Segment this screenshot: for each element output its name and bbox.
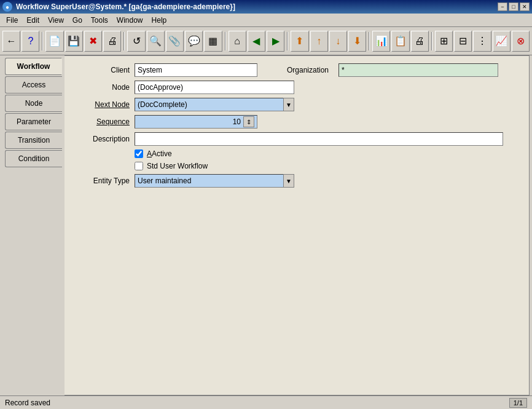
- nav-prev-button[interactable]: ◀: [248, 31, 265, 52]
- node-row: Node: [74, 81, 519, 94]
- entity-type-select-wrapper: User maintained Dictionary Application ▼: [135, 174, 294, 188]
- record-position: 1/1: [509, 398, 527, 408]
- refresh-button[interactable]: ↺: [127, 31, 145, 52]
- sidebar-tab-node[interactable]: Node: [5, 95, 62, 112]
- parent-button[interactable]: ⬆: [291, 31, 308, 52]
- sequence-value: 10: [233, 117, 241, 126]
- delete-button[interactable]: ✖: [84, 31, 102, 52]
- active-label: AActive: [147, 149, 172, 158]
- menu-bar: File Edit View Go Tools Window Help: [0, 14, 532, 27]
- minimize-button[interactable]: −: [498, 2, 507, 11]
- chat-button[interactable]: 💬: [185, 31, 203, 52]
- title-bar: ● Workflow SuperUser@System.* [ga{ga-ade…: [0, 0, 532, 14]
- attachment-button[interactable]: 📎: [166, 31, 184, 52]
- menu-window[interactable]: Window: [113, 15, 147, 26]
- sidebar-tab-access[interactable]: Access: [5, 76, 62, 93]
- description-row: Description: [74, 132, 519, 146]
- toolbar-sep-3: [225, 32, 226, 50]
- sequence-label: Sequence: [74, 117, 130, 126]
- sidebar-tab-transition[interactable]: Transition: [5, 132, 62, 149]
- entity-type-select[interactable]: User maintained Dictionary Application: [135, 174, 294, 188]
- org-input[interactable]: [338, 63, 498, 77]
- menu-view[interactable]: View: [44, 15, 68, 26]
- std-user-label: Std User Workflow: [147, 162, 208, 170]
- main-area: Workflow Access Node Parameter Transitio…: [0, 55, 532, 395]
- menu-tools[interactable]: Tools: [87, 15, 112, 26]
- home-button[interactable]: ⌂: [229, 31, 246, 52]
- menu-help[interactable]: Help: [148, 15, 171, 26]
- chart-button[interactable]: 📈: [493, 31, 510, 52]
- print2-button[interactable]: 🖨: [411, 31, 429, 52]
- toolbar: ← ? 📄 💾 ✖ 🖨 ↺ 🔍 📎 💬 ▦ ⌂ ◀ ▶ ⬆ ↑ ↓ ⬇ 📊 📋 …: [0, 27, 532, 55]
- client-input[interactable]: [135, 63, 257, 77]
- up-button[interactable]: ↑: [310, 31, 328, 52]
- toolbar-sep-5: [369, 32, 370, 50]
- back-button[interactable]: ←: [2, 31, 20, 52]
- sequence-row: Sequence 10 ⇕: [74, 115, 519, 129]
- std-user-row: Std User Workflow: [135, 162, 519, 170]
- client-row: Client: [74, 63, 257, 77]
- window-controls[interactable]: − □ ✕: [498, 2, 530, 11]
- save-button[interactable]: 💾: [65, 31, 83, 52]
- org-label: Organization: [287, 66, 329, 74]
- close-app-button[interactable]: ⊗: [512, 31, 530, 52]
- menu-edit[interactable]: Edit: [23, 15, 43, 26]
- client-label: Client: [74, 66, 130, 74]
- next-node-row: Next Node (DocComplete) (DocApprove) (Do…: [74, 98, 519, 111]
- sidebar-tab-parameter[interactable]: Parameter: [5, 113, 62, 130]
- entity-type-row: Entity Type User maintained Dictionary A…: [74, 174, 519, 188]
- sequence-field: 10 ⇕: [135, 115, 257, 129]
- content-area: Client Organization Node Next Node (DocC…: [65, 55, 530, 395]
- print-button[interactable]: 🖨: [103, 31, 121, 52]
- client-org-row: Client Organization: [74, 63, 519, 77]
- toolbar-sep-6: [431, 32, 432, 50]
- down-button[interactable]: ↓: [329, 31, 347, 52]
- sidebar-tab-condition[interactable]: Condition: [5, 150, 62, 167]
- sidebar: Workflow Access Node Parameter Transitio…: [0, 55, 65, 395]
- toolbar-sep-1: [42, 32, 43, 50]
- layout-button[interactable]: ⊞: [435, 31, 453, 52]
- entity-type-label: Entity Type: [74, 177, 130, 185]
- toolbar-sep-2: [123, 32, 125, 50]
- active-row: AActive: [135, 149, 519, 158]
- report-button[interactable]: 📊: [372, 31, 390, 52]
- std-user-checkbox[interactable]: [135, 162, 143, 170]
- next-node-select-wrapper: (DocComplete) (DocApprove) (DocVoid) ▼: [135, 98, 294, 111]
- status-bar: Record saved 1/1: [0, 395, 532, 409]
- export-button[interactable]: 📋: [391, 31, 409, 52]
- window-title: Workflow SuperUser@System.* [ga{ga-ademp…: [16, 2, 235, 11]
- menu-file[interactable]: File: [2, 15, 22, 26]
- help-button[interactable]: ?: [22, 31, 39, 52]
- zoom-button[interactable]: 🔍: [147, 31, 165, 52]
- nav-next-button[interactable]: ▶: [267, 31, 284, 52]
- sequence-spin-button[interactable]: ⇕: [243, 116, 254, 127]
- grid-button[interactable]: ▦: [204, 31, 222, 52]
- child-button[interactable]: ⬇: [348, 31, 366, 52]
- node-input[interactable]: [135, 81, 294, 94]
- description-input[interactable]: [135, 132, 503, 146]
- close-window-button[interactable]: ✕: [520, 2, 530, 11]
- sidebar-tab-workflow[interactable]: Workflow: [5, 58, 62, 75]
- status-message: Record saved: [5, 399, 50, 407]
- new-button[interactable]: 📄: [45, 31, 63, 52]
- active-checkbox[interactable]: [135, 149, 143, 158]
- node-label: Node: [74, 83, 130, 92]
- app-icon: ●: [2, 2, 12, 12]
- menu-go[interactable]: Go: [69, 15, 86, 26]
- org-row: Organization: [287, 63, 498, 77]
- table-button[interactable]: ⊟: [454, 31, 472, 52]
- description-label: Description: [74, 135, 130, 143]
- next-node-select[interactable]: (DocComplete) (DocApprove) (DocVoid): [135, 98, 294, 111]
- maximize-button[interactable]: □: [509, 2, 518, 11]
- next-node-label: Next Node: [74, 100, 130, 109]
- toolbar-sep-4: [287, 32, 288, 50]
- tree-button[interactable]: ⋮: [473, 31, 491, 52]
